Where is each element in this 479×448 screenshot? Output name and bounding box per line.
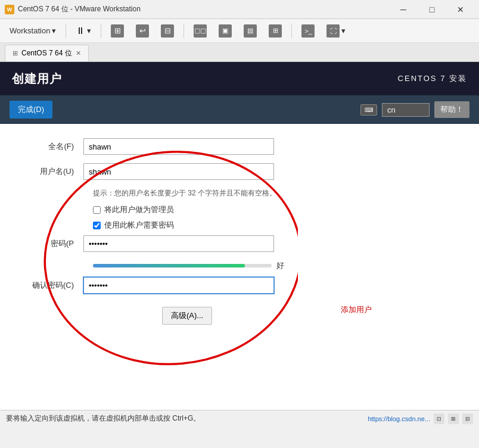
help-button[interactable]: 帮助！: [434, 101, 469, 118]
snapshot-icon: ⊞: [111, 24, 124, 38]
password-row: 密码(P: [24, 235, 455, 252]
title-bar-controls: ─ □ ✕: [390, 1, 474, 18]
maximize-button[interactable]: □: [418, 1, 446, 18]
vm-tab-label: CentOS 7 64 位: [21, 48, 72, 58]
advanced-button[interactable]: 高级(A)...: [162, 307, 212, 325]
strength-bar-container: 好: [93, 260, 455, 271]
admin-checkbox-label: 将此用户做为管理员: [104, 204, 174, 215]
toolbar-separator-3: [183, 24, 184, 38]
workstation-label: Workstation: [10, 26, 50, 35]
restore-icon: ↩: [136, 24, 149, 38]
view-4-button[interactable]: ⊞: [264, 21, 287, 41]
form-area: 全名(F) 用户名(U) 提示：您的用户名长度要少于 32 个字符并且不能有空格…: [0, 124, 479, 410]
toolbar-separator-2: [101, 24, 101, 38]
hint-text: 提示：您的用户名长度要少于 32 个字符并且不能有空格。: [93, 188, 455, 198]
status-url: https://blog.csdn.ne...: [368, 415, 430, 422]
manage-snapshots-button[interactable]: ⊟: [156, 21, 179, 41]
vm-tab-icon: ⊞: [13, 49, 18, 57]
view-1-button[interactable]: ▢▢: [189, 21, 211, 41]
status-icon-3[interactable]: ⊟: [462, 413, 473, 424]
keyboard-input-area: ⌨ 帮助！: [360, 101, 469, 118]
view-3-button[interactable]: ▤: [239, 21, 262, 41]
installer-header-right: CENTOS 7 安装: [398, 73, 467, 84]
status-bar: 要将输入定向到该虚拟机，请在虚拟机内部单击或按 Ctrl+G。 https://…: [0, 410, 479, 427]
view2-icon: ▣: [219, 24, 232, 38]
username-row: 用户名(U): [24, 163, 455, 180]
fullscreen-button[interactable]: ⛶ ▾: [322, 21, 350, 41]
confirm-input[interactable]: [83, 277, 274, 294]
status-icon-1[interactable]: ⊡: [434, 413, 444, 424]
password-input[interactable]: [83, 235, 274, 252]
language-input[interactable]: [382, 103, 430, 117]
minimize-button[interactable]: ─: [390, 1, 417, 18]
done-button[interactable]: 完成(D): [10, 101, 52, 119]
manage-icon: ⊟: [161, 24, 174, 38]
add-user-link[interactable]: 添加用户: [341, 304, 372, 315]
app-icon: W: [5, 5, 14, 14]
strength-bar: [93, 264, 272, 267]
advanced-area: 高级(A)...: [93, 302, 455, 325]
vm-area[interactable]: 创建用户 CENTOS 7 安装 完成(D) ⌨ 帮助！ 全名(F) 用户名(U…: [0, 62, 479, 427]
toolbar: Workstation ▾ ⏸ ▾ ⊞ ↩ ⊟ ▢▢ ▣ ▤ ⊞ >_ ⛶ ▾: [0, 19, 479, 43]
installer-header: 创建用户 CENTOS 7 安装: [0, 62, 479, 95]
snapshot-button[interactable]: ⊞: [106, 21, 129, 41]
admin-checkbox[interactable]: [93, 206, 101, 214]
status-message: 要将输入定向到该虚拟机，请在虚拟机内部单击或按 Ctrl+G。: [6, 413, 200, 424]
vm-tab[interactable]: ⊞ CentOS 7 64 位 ✕: [5, 45, 89, 61]
view-2-button[interactable]: ▣: [214, 21, 237, 41]
close-button[interactable]: ✕: [447, 1, 474, 18]
fullname-input[interactable]: [83, 138, 274, 155]
fullscreen-icon: ⛶: [326, 24, 340, 38]
view1-icon: ▢▢: [194, 24, 207, 38]
restore-snapshot-button[interactable]: ↩: [131, 21, 154, 41]
tab-close-button[interactable]: ✕: [76, 49, 81, 57]
strength-label: 好: [276, 260, 284, 271]
title-bar-left: W CentOS 7 64 位 - VMware Workstation: [5, 4, 141, 14]
admin-checkbox-row: 将此用户做为管理员: [93, 204, 455, 215]
status-bar-right: https://blog.csdn.ne... ⊡ ⊞ ⊟: [368, 413, 473, 424]
toolbar-separator-1: [66, 24, 66, 38]
action-bar: 完成(D) ⌨ 帮助！: [0, 95, 479, 124]
installer-page-title: 创建用户: [12, 71, 62, 87]
pause-button[interactable]: ⏸ ▾: [71, 21, 96, 41]
fullscreen-dropdown: ▾: [341, 26, 346, 35]
window-title: CentOS 7 64 位 - VMware Workstation: [18, 4, 141, 14]
tab-bar: ⊞ CentOS 7 64 位 ✕: [0, 43, 479, 62]
dropdown-icon: ▾: [52, 26, 56, 35]
view3-icon: ▤: [244, 24, 257, 38]
view4-icon: ⊞: [269, 24, 282, 38]
status-icon-2[interactable]: ⊞: [448, 413, 459, 424]
pause-icon: ⏸: [76, 26, 85, 36]
password-label: 密码(P: [24, 238, 83, 249]
workstation-menu[interactable]: Workstation ▾: [5, 21, 61, 41]
confirm-label: 确认密码(C): [24, 280, 83, 291]
password-checkbox-row: 使用此帐户需要密码: [93, 220, 455, 231]
console-icon: >_: [301, 24, 315, 38]
title-bar: W CentOS 7 64 位 - VMware Workstation ─ □…: [0, 0, 479, 19]
console-button[interactable]: >_: [297, 21, 319, 41]
keyboard-icon: ⌨: [360, 104, 377, 116]
confirm-password-row: 确认密码(C): [24, 277, 455, 294]
password-required-checkbox[interactable]: [93, 222, 101, 229]
toolbar-separator-4: [291, 24, 292, 38]
fullname-label: 全名(F): [24, 141, 83, 152]
strength-fill: [93, 264, 245, 267]
password-checkbox-label: 使用此帐户需要密码: [104, 220, 174, 231]
username-label: 用户名(U): [24, 166, 83, 177]
fullname-row: 全名(F): [24, 138, 455, 155]
username-input[interactable]: [83, 163, 274, 180]
pause-dropdown-icon: ▾: [87, 26, 91, 35]
installer-product-label: CENTOS 7 安装: [398, 73, 467, 84]
